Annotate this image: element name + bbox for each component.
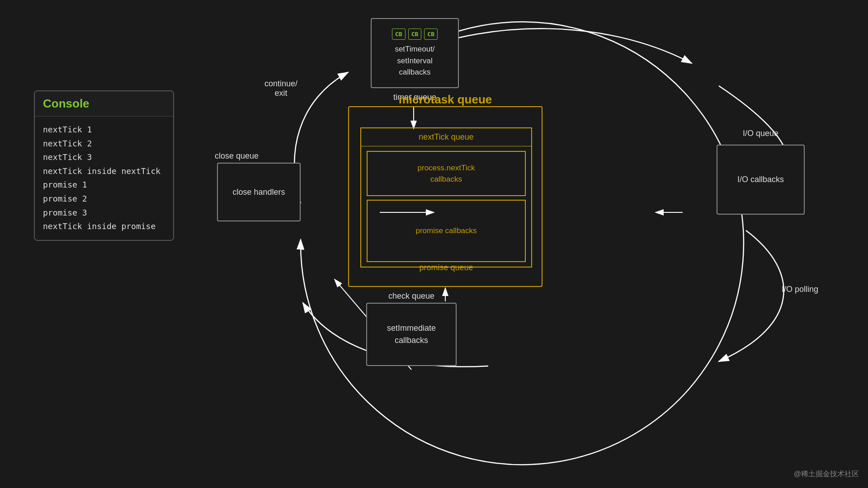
- cb-badges: CB CB CB: [392, 28, 438, 40]
- process-nexttick-label: process.nextTick callbacks: [418, 162, 475, 185]
- close-handlers-box: close handlers: [217, 163, 301, 221]
- nexttick-queue-label: nextTick queue: [361, 128, 531, 146]
- promise-callbacks-box: promise callbacks promise queue: [367, 200, 526, 262]
- setimmediate-label: setImmediate callbacks: [387, 322, 436, 347]
- close-queue-label: close queue: [215, 151, 259, 161]
- timer-box: CB CB CB setTimeout/ setInterval callbac…: [371, 18, 459, 88]
- promise-callbacks-label: promise callbacks: [415, 225, 476, 237]
- cb-badge-2: CB: [408, 28, 422, 40]
- microtask-outer-box: nextTick queue process.nextTick callback…: [348, 106, 542, 287]
- io-callbacks-box: I/O callbacks: [717, 145, 805, 215]
- console-line: nextTick inside nextTick: [43, 164, 165, 178]
- check-queue-label: check queue: [366, 291, 457, 301]
- promise-queue-label: promise queue: [368, 262, 525, 274]
- console-panel: Console nextTick 1nextTick 2nextTick 3ne…: [34, 90, 174, 241]
- console-line: nextTick 1: [43, 123, 165, 137]
- diagram: CB CB CB setTimeout/ setInterval callbac…: [194, 9, 827, 479]
- io-polling-label: I/O polling: [782, 285, 818, 294]
- close-handlers-label: close handlers: [232, 186, 285, 198]
- io-callbacks-label: I/O callbacks: [737, 174, 784, 186]
- console-line: promise 2: [43, 192, 165, 206]
- console-title: Console: [35, 91, 173, 117]
- process-nexttick-box: process.nextTick callbacks: [367, 151, 526, 196]
- console-line: nextTick 3: [43, 150, 165, 164]
- io-queue-label: I/O queue: [717, 129, 805, 138]
- console-line: nextTick 2: [43, 137, 165, 151]
- cb-badge-3: CB: [424, 28, 438, 40]
- cb-badge-1: CB: [392, 28, 406, 40]
- setimmediate-box: setImmediate callbacks: [366, 303, 457, 366]
- microtask-queue-label: microtask queue: [348, 93, 542, 107]
- console-body: nextTick 1nextTick 2nextTick 3nextTick i…: [35, 117, 173, 240]
- continue-exit-label: continue/ exit: [264, 79, 297, 98]
- timer-box-label: setTimeout/ setInterval callbacks: [395, 43, 434, 78]
- console-line: promise 3: [43, 206, 165, 220]
- watermark: @稀土掘金技术社区: [794, 469, 859, 479]
- nexttick-outer-box: nextTick queue process.nextTick callback…: [360, 127, 532, 267]
- console-line: promise 1: [43, 178, 165, 192]
- console-line: nextTick inside promise: [43, 220, 165, 234]
